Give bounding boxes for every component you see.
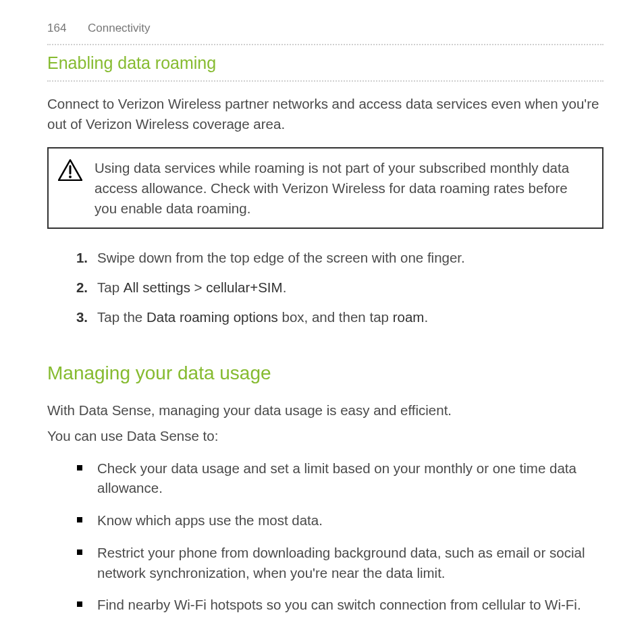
- step-text-part: >: [190, 279, 206, 295]
- document-page: 164 Connectivity Enabling data roaming C…: [0, 0, 644, 644]
- ui-strong: roam: [393, 309, 425, 325]
- list-item: Find nearby Wi-Fi hotspots so you can sw…: [68, 595, 603, 615]
- step-item: Tap the Data roaming options box, and th…: [68, 307, 603, 327]
- list-item: Restrict your phone from downloading bac…: [68, 543, 603, 583]
- page-header: 164 Connectivity: [47, 20, 603, 37]
- step-text-part: .: [424, 309, 428, 325]
- list-item-text: Know which apps use the most data.: [97, 512, 323, 528]
- paragraph: You can use Data Sense to:: [47, 426, 603, 446]
- step-item: Tap All settings > cellular+SIM.: [68, 277, 603, 298]
- list-item-text: Restrict your phone from downloading bac…: [97, 545, 585, 581]
- list-item: Know which apps use the most data.: [68, 510, 603, 531]
- step-text-part: .: [283, 279, 287, 295]
- warning-text: Using data services while roaming is not…: [95, 158, 590, 218]
- steps-list: Swipe down from the top edge of the scre…: [68, 248, 603, 327]
- section-heading-data-usage: Managing your data usage: [47, 360, 603, 387]
- ui-strong: All settings: [124, 279, 190, 295]
- step-text-part: Tap the: [97, 309, 146, 325]
- page-number: 164: [47, 20, 68, 37]
- list-item-text: Check your data usage and set a limit ba…: [97, 460, 576, 496]
- bullet-list: Check your data usage and set a limit ba…: [68, 458, 603, 615]
- ui-strong: Data roaming options: [146, 309, 278, 325]
- chapter-title: Connectivity: [88, 20, 151, 37]
- step-item: Swipe down from the top edge of the scre…: [68, 248, 603, 268]
- section-heading-enabling-roaming: Enabling data roaming: [47, 51, 603, 75]
- svg-point-2: [69, 176, 72, 178]
- divider: [47, 44, 603, 45]
- warning-icon: [58, 159, 82, 186]
- paragraph: With Data Sense, managing your data usag…: [47, 400, 603, 421]
- list-item: Check your data usage and set a limit ba…: [68, 458, 603, 498]
- step-text-part: box, and then tap: [278, 309, 393, 325]
- intro-paragraph: Connect to Verizon Wireless partner netw…: [47, 94, 603, 134]
- divider: [47, 80, 603, 82]
- list-item-text: Find nearby Wi-Fi hotspots so you can sw…: [97, 597, 581, 612]
- warning-callout: Using data services while roaming is not…: [47, 147, 603, 229]
- ui-strong: cellular+SIM: [206, 279, 282, 295]
- step-text: Swipe down from the top edge of the scre…: [97, 250, 465, 265]
- step-text-part: Tap: [97, 279, 124, 295]
